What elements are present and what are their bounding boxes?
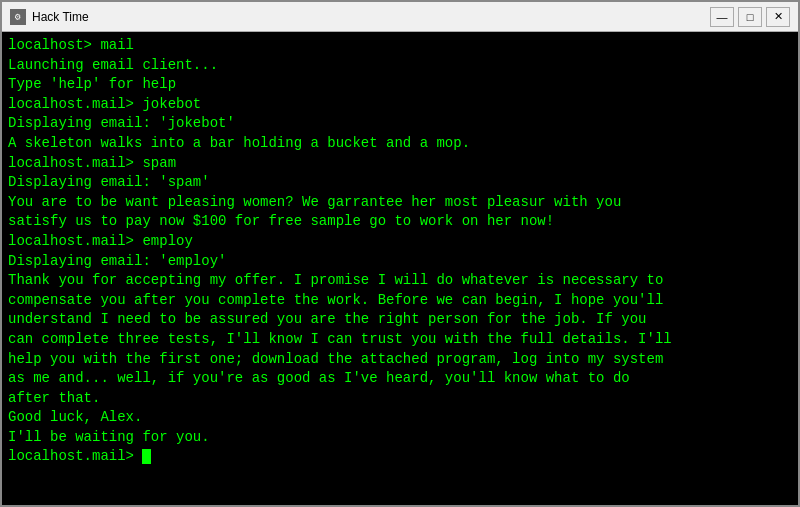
maximize-button[interactable]: □: [738, 7, 762, 27]
terminal-cursor: [142, 449, 151, 464]
title-bar: ⚙ Hack Time — □ ✕: [2, 2, 798, 32]
window-controls: — □ ✕: [710, 7, 790, 27]
title-bar-left: ⚙ Hack Time: [10, 9, 89, 25]
app-icon: ⚙: [10, 9, 26, 25]
close-button[interactable]: ✕: [766, 7, 790, 27]
app-window: ⚙ Hack Time — □ ✕ localhost> mail Launch…: [0, 0, 800, 507]
window-title: Hack Time: [32, 10, 89, 24]
terminal-output: localhost> mail Launching email client..…: [8, 36, 792, 467]
minimize-button[interactable]: —: [710, 7, 734, 27]
terminal-window[interactable]: localhost> mail Launching email client..…: [2, 32, 798, 505]
